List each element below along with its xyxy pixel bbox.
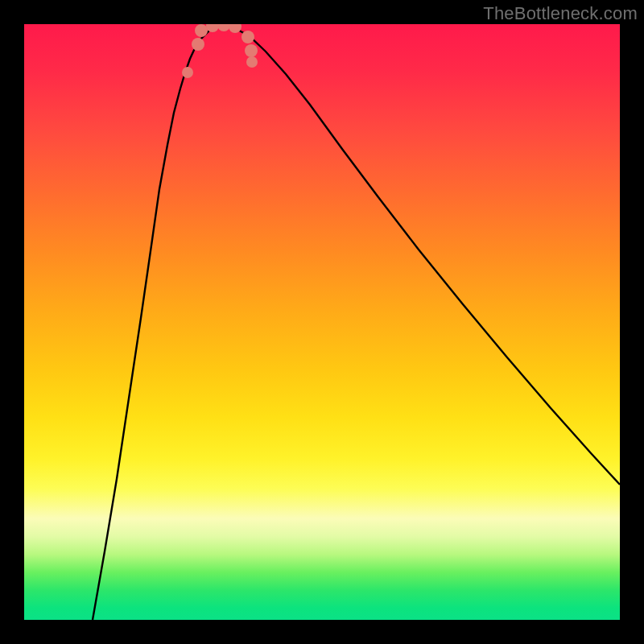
data-point	[242, 31, 254, 43]
data-point	[182, 67, 193, 78]
left-branch-curve	[93, 24, 221, 620]
data-point	[245, 44, 258, 57]
watermark-text: TheBottleneck.com	[483, 3, 638, 24]
data-point	[192, 38, 204, 51]
data-point	[195, 24, 208, 37]
data-point	[246, 56, 258, 68]
curve-layer	[24, 24, 620, 620]
right-branch-curve	[221, 24, 620, 485]
chart-frame: TheBottleneck.com	[0, 0, 644, 644]
data-point	[217, 24, 230, 31]
plot-area	[24, 24, 620, 620]
